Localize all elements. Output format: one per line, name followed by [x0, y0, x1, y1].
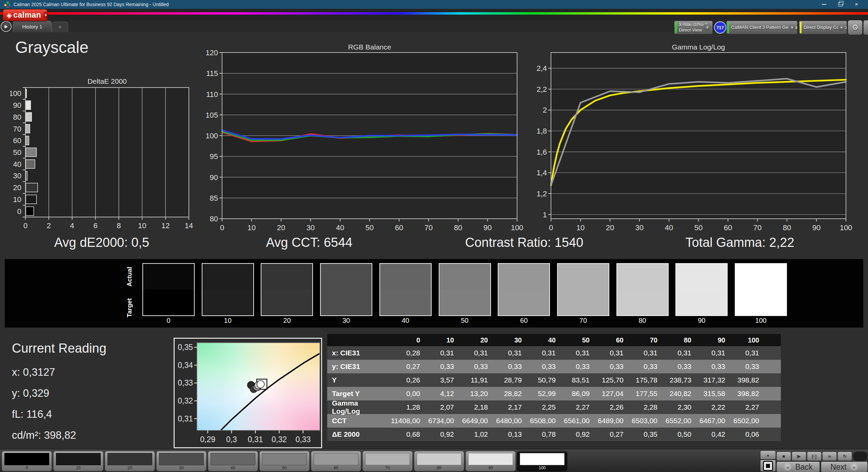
target-swatch: [143, 290, 194, 315]
row-label: ΔE 2000: [327, 428, 392, 441]
actual-swatch: [498, 264, 549, 290]
display-control-dropdown[interactable]: Direct Display Control ▼: [799, 21, 847, 34]
close-button[interactable]: ×: [849, 0, 864, 9]
play-button[interactable]: ▶: [792, 452, 806, 461]
display-status-bar: [800, 22, 802, 33]
actual-swatch: [143, 264, 194, 290]
pattern-button-80[interactable]: 80: [414, 451, 464, 471]
svg-text:0: 0: [549, 223, 553, 232]
svg-text:1: 1: [543, 211, 547, 219]
grayscale-swatch-40: [379, 263, 432, 316]
meter-dropdown[interactable]: X-Rite i1Pro 3 Direct View ▼: [674, 21, 713, 34]
calman-menu-button[interactable]: ◈ calman ▼: [3, 9, 47, 21]
svg-text:0: 0: [23, 221, 27, 230]
expand-up-button[interactable]: ▲: [760, 451, 776, 459]
target-swatch: [617, 290, 668, 315]
table-cell: 240,82: [663, 387, 697, 400]
pattern-swatch: [520, 453, 565, 465]
minimize-button[interactable]: [816, 0, 831, 9]
table-cell: 0,35: [629, 428, 663, 441]
svg-text:50: 50: [694, 223, 703, 232]
table-cell: 0,31: [629, 346, 663, 360]
svg-text:Gamma Log/Log: Gamma Log/Log: [672, 43, 725, 51]
collapse-panel-button[interactable]: ◀: [863, 20, 868, 35]
pattern-button-50[interactable]: 50: [259, 451, 310, 471]
svg-text:80: 80: [783, 223, 791, 232]
table-cell: 315,58: [697, 387, 731, 400]
continuous-button[interactable]: ∞: [822, 452, 837, 461]
calman-window: Calman 2025 Calman Ultimate for Business…: [0, 0, 868, 472]
add-tab-button[interactable]: +: [52, 22, 68, 32]
column-header-80: 80: [663, 334, 697, 346]
loop-button[interactable]: ↻: [837, 452, 852, 461]
table-cell: 83,51: [561, 373, 595, 387]
pattern-button-0[interactable]: 0: [2, 451, 52, 471]
deltae-bar-70: [26, 124, 30, 133]
svg-text:90: 90: [484, 223, 492, 232]
table-cell: 6489,00: [595, 414, 629, 428]
table-cell: 0,50: [663, 428, 697, 441]
back-button[interactable]: « Back: [776, 461, 820, 472]
table-cell: 0,33: [459, 360, 493, 373]
meter-name: X-Rite i1Pro 3: [679, 22, 702, 27]
stop-button[interactable]: ■: [776, 452, 791, 461]
svg-text:10: 10: [248, 223, 256, 232]
deltae-2000-chart: DeltaE 200002468101214010203040506070809…: [10, 76, 195, 234]
swatch-level-label: 60: [498, 317, 550, 324]
table-cell: 0,31: [459, 346, 493, 360]
svg-text:70: 70: [753, 223, 762, 232]
pattern-button-10[interactable]: 10: [53, 451, 103, 471]
pattern-source-dropdown[interactable]: CalMAN Client 3 Pattern Generator ▼: [726, 21, 797, 34]
pattern-button-70[interactable]: 70: [362, 451, 413, 471]
pattern-button-20[interactable]: 20: [105, 451, 155, 471]
table-cell: 6508,00: [527, 414, 561, 428]
swatch-level-label: 90: [675, 317, 728, 324]
pattern-label: 40: [208, 466, 258, 470]
reading-x: x: 0,3127: [12, 366, 55, 378]
settings-button[interactable]: ⚙: [848, 20, 863, 35]
svg-text:40: 40: [336, 223, 344, 232]
grayscale-swatch-60: [498, 263, 550, 316]
table-cell: 0,06: [731, 428, 765, 441]
deltae-bar-80: [26, 113, 32, 121]
restore-button[interactable]: [833, 0, 848, 9]
pattern-button-40[interactable]: 40: [208, 451, 258, 471]
table-cell: 0,31: [527, 346, 561, 360]
pattern-button-100[interactable]: 100: [517, 451, 567, 471]
column-header-50: 50: [561, 334, 595, 346]
pattern-swatch: [211, 453, 255, 465]
svg-text:1,6: 1,6: [536, 148, 547, 156]
pattern-button-30[interactable]: 30: [156, 451, 206, 471]
table-cell: 398,82: [731, 373, 765, 387]
source-name: CalMAN Client 3 Pattern Generator: [731, 25, 787, 30]
next-button[interactable]: Next »: [821, 461, 868, 472]
target-swatch: [321, 290, 372, 315]
stat-contrast-ratio: Contrast Ratio: 1540: [465, 235, 584, 250]
pattern-label: 0: [2, 466, 52, 470]
table-cell: 175,78: [629, 373, 663, 387]
column-header-20: 20: [459, 334, 493, 346]
tab-history-1[interactable]: History 1: [13, 21, 52, 32]
stop-measure-button[interactable]: [760, 460, 776, 472]
pattern-swatch: [468, 453, 513, 465]
pattern-button-60[interactable]: 60: [311, 451, 361, 471]
window-title: Calman 2025 Calman Ultimate for Business…: [14, 0, 169, 9]
svg-text:20: 20: [277, 223, 285, 232]
table-cell: 317,32: [697, 373, 731, 387]
meter-badge[interactable]: 717: [714, 21, 726, 34]
svg-text:0,34: 0,34: [178, 361, 193, 370]
svg-text:80: 80: [454, 223, 462, 232]
transport-extra-button[interactable]: [853, 452, 867, 461]
grayscale-swatch-band: Actual Target 0102030405060708090100: [5, 259, 863, 328]
swatch-level-label: 20: [261, 317, 313, 324]
svg-text:0,32: 0,32: [178, 396, 193, 405]
svg-text:40: 40: [665, 223, 673, 232]
single-measure-button[interactable]: [·]: [807, 452, 822, 461]
tab-scroll-button[interactable]: ▶: [1, 21, 12, 32]
table-cell: 0,33: [731, 360, 765, 373]
svg-text:2,2: 2,2: [536, 85, 547, 94]
table-cell: 2,25: [527, 400, 561, 414]
pattern-button-90[interactable]: 90: [466, 451, 516, 471]
svg-text:60: 60: [724, 223, 732, 232]
svg-text:0,33: 0,33: [295, 435, 311, 444]
